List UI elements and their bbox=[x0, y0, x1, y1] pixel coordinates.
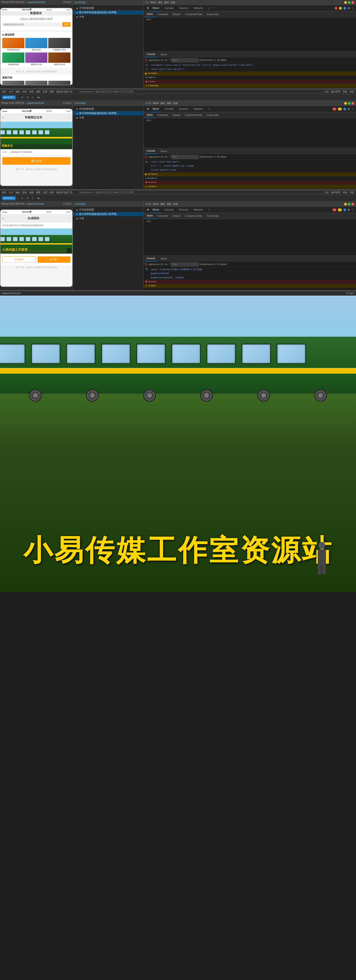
menu-upload-3[interactable]: 上传 bbox=[324, 191, 329, 194]
menu-version-3[interactable]: 版本管理 bbox=[331, 191, 340, 194]
panel-tab-component-1[interactable]: Component Data bbox=[183, 11, 204, 18]
tab-network-1[interactable]: Network bbox=[191, 5, 206, 11]
default-level-1[interactable]: Default levels ▼ bbox=[199, 59, 216, 61]
menu-devtools-2[interactable]: 微信开发者工具 bbox=[57, 90, 73, 93]
filter-input-1[interactable] bbox=[171, 58, 198, 62]
panel-tab-scope-3[interactable]: Scope Data bbox=[204, 213, 221, 219]
minimize-btn-3[interactable] bbox=[344, 203, 347, 205]
console-tab-3[interactable]: Console bbox=[144, 256, 157, 262]
more-icon-dt-1[interactable]: ⋮ bbox=[351, 6, 354, 10]
list-item-0[interactable]: iPhone13拍金... bbox=[2, 81, 24, 85]
settings-icon-3[interactable]: ⚙ bbox=[348, 208, 350, 212]
dt-tab-sources-3[interactable]: Sources bbox=[176, 207, 191, 213]
back-btn-2[interactable]: ‹ bbox=[2, 115, 3, 119]
menu-file-2[interactable]: 文件 bbox=[9, 90, 13, 93]
menu-file-3[interactable]: 文件 bbox=[9, 191, 13, 194]
editor-btn-1-2[interactable]: ⊙ bbox=[20, 95, 24, 99]
dt-tab-console-2[interactable]: Console bbox=[162, 106, 176, 112]
dt-tab-network-3[interactable]: Network bbox=[191, 207, 206, 213]
editor-btn-5-2[interactable]: ↓ bbox=[42, 95, 46, 99]
editor-btn-5-3[interactable]: ↓ bbox=[42, 196, 46, 200]
more-icon-dt-3[interactable]: ⋮ bbox=[351, 208, 354, 212]
panel-tab-component-3[interactable]: Component Data bbox=[183, 213, 204, 219]
editor-btn-4-3[interactable]: ⏭ bbox=[36, 196, 41, 200]
menu-select-3[interactable]: 选择 bbox=[29, 191, 34, 194]
maximize-btn-3[interactable] bbox=[348, 203, 351, 205]
menu-project-3[interactable]: 项目 bbox=[2, 191, 6, 194]
more-icon-dt-2[interactable]: ⋮ bbox=[351, 107, 354, 111]
editor-btn-1-3[interactable]: ⊙ bbox=[20, 196, 24, 200]
settings-icon-1[interactable]: ⚙ bbox=[348, 6, 350, 10]
maximize-btn-2[interactable] bbox=[348, 102, 351, 105]
tab-wxml-1[interactable]: Wxml bbox=[150, 5, 162, 11]
panel-tab-dataset-3[interactable]: Dataset bbox=[170, 213, 182, 219]
file-tree-item-1[interactable]: ▶ 很大宋B/B/报放进的拍照小程序图... bbox=[73, 10, 143, 14]
dt-menu-source-3[interactable]: 源码 bbox=[167, 202, 171, 206]
file-tree-item-0[interactable]: ▶ 月刊的标统图 bbox=[73, 6, 143, 10]
file-tree-3-0[interactable]: ▶ 月刊的标统图 bbox=[73, 208, 143, 212]
panel-tab-computed-2[interactable]: Computed bbox=[155, 112, 170, 118]
thumb-item-3[interactable]: 定制板格拍花 bbox=[2, 52, 24, 66]
editor-btn-2-3[interactable]: ↺ bbox=[25, 196, 30, 200]
issues-tab-2[interactable]: Issues bbox=[158, 148, 169, 154]
close-icon-1[interactable]: ✕ bbox=[68, 11, 70, 15]
panel-tab-styles-3[interactable]: Styles bbox=[144, 213, 155, 219]
default-level-3[interactable]: Default levels ▼ bbox=[199, 263, 216, 266]
editor-btn-compile-2[interactable]: 编译器调试 bbox=[2, 95, 16, 99]
panel-tab-scope-1[interactable]: Scope Data bbox=[204, 11, 221, 18]
panel-tab-styles-1[interactable]: Styles bbox=[144, 11, 155, 18]
devtools-menu-wxml-1[interactable]: Wxml bbox=[150, 1, 156, 4]
close-icon-2[interactable]: ✕ bbox=[68, 116, 70, 119]
menu-select-2[interactable]: 选择 bbox=[29, 90, 34, 93]
editor-btn-compile-3[interactable]: 编译器调试 bbox=[2, 196, 16, 200]
settings-icon-2[interactable]: ⚙ bbox=[348, 107, 350, 111]
file-tree-item-2[interactable]: ▶ 大海 bbox=[73, 14, 143, 19]
menu-goto-2[interactable]: 转到 bbox=[22, 90, 27, 93]
menu-webpage-3[interactable]: 网页 bbox=[50, 191, 54, 194]
list-item-2[interactable]: 你近斯新村横冲 bbox=[48, 81, 70, 85]
filter-regex-2[interactable]: .* bbox=[168, 155, 170, 159]
back-btn-3[interactable]: ‹ bbox=[2, 216, 3, 220]
file-tree-2-2[interactable]: ▶ 大海 bbox=[73, 115, 143, 120]
devtools-menu-source-1[interactable]: 源码 bbox=[164, 1, 169, 4]
filter-regex-3[interactable]: .* bbox=[168, 263, 170, 266]
dt-tab-sources-2[interactable]: Sources bbox=[176, 106, 191, 112]
dt-menu-debug-2[interactable]: 调试 bbox=[160, 102, 165, 105]
menu-upload-2[interactable]: 上传 bbox=[324, 90, 329, 93]
confirm-btn[interactable]: 确认生成 bbox=[2, 157, 70, 165]
panel-tab-computed-1[interactable]: Computed bbox=[155, 11, 170, 18]
list-item-1[interactable]: iPhone13pm... bbox=[25, 81, 47, 85]
dt-menu-source-2[interactable]: 源码 bbox=[167, 102, 171, 105]
panel-tab-styles-2[interactable]: Styles bbox=[144, 112, 155, 118]
dt-tab-more-2[interactable]: » bbox=[206, 106, 212, 112]
minimize-btn-2[interactable] bbox=[344, 102, 347, 105]
menu-view-3[interactable]: 视图 bbox=[36, 191, 41, 194]
dt-menu-perf-3[interactable]: 性能 bbox=[173, 202, 178, 206]
dt-tab-icon-3[interactable]: ◀ bbox=[145, 207, 150, 213]
filter-input-2[interactable] bbox=[171, 155, 198, 159]
close-btn-1[interactable] bbox=[351, 1, 354, 4]
dt-tab-icon-2[interactable]: ◀ bbox=[145, 106, 150, 112]
dt-tab-wxml-2[interactable]: Wxml bbox=[150, 106, 162, 112]
index-search-input[interactable] bbox=[2, 22, 61, 27]
dt-tab-more-3[interactable]: » bbox=[206, 207, 212, 213]
thumb-item-1[interactable]: 搞失分析白 bbox=[25, 38, 47, 52]
editor-btn-3-3[interactable]: ▷ bbox=[31, 196, 35, 200]
index-search-btn[interactable]: 搜索 bbox=[62, 22, 70, 27]
filter-toggle-2[interactable]: ⊙ bbox=[165, 155, 168, 159]
menu-version-2[interactable]: 版本管理 bbox=[331, 90, 340, 93]
issues-tab-1[interactable]: Issues bbox=[158, 52, 169, 57]
menu-view-2[interactable]: 视图 bbox=[36, 90, 41, 93]
menu-msg-2[interactable]: 消息 bbox=[350, 90, 354, 93]
filter-toggle-3[interactable]: ⊙ bbox=[165, 263, 168, 266]
dt-menu-debug-3[interactable]: 调试 bbox=[160, 202, 165, 206]
editor-btn-4-2[interactable]: ⏭ bbox=[36, 95, 41, 99]
panel-tab-scope-2[interactable]: Scope Data bbox=[204, 112, 221, 118]
thumb-item-0[interactable]: 早平板优先定走 bbox=[2, 38, 24, 52]
file-tree-2-0[interactable]: ▶ 月刊的标统图 bbox=[73, 107, 143, 111]
dt-menu-wxml-3[interactable]: Wxml bbox=[153, 203, 158, 205]
more-icon-1[interactable]: ··· bbox=[63, 11, 66, 15]
menu-edit-3[interactable]: 编辑 bbox=[16, 191, 20, 194]
share-btn[interactable]: 分享朋友 bbox=[2, 256, 36, 263]
thumb-item-5[interactable]: 超图记录生成 bbox=[48, 52, 70, 66]
